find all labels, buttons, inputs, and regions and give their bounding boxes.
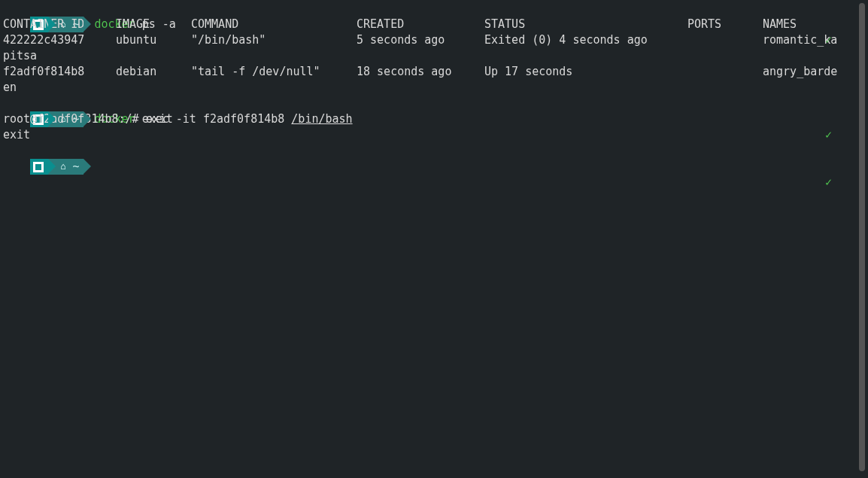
- manjaro-icon: [33, 162, 44, 172]
- hdr-names: NAMES: [763, 17, 797, 32]
- table-header: CONTAINER IDIMAGECOMMANDCREATEDSTATUSPOR…: [3, 17, 850, 32]
- table-row-wrap: pitsa: [3, 48, 850, 64]
- prompt-line-2: ⌂ ~docker exec -it f2adf0f814b8 /bin/bas…: [3, 96, 850, 111]
- table-row: f2adf0f814b8debian"tail -f /dev/null"18 …: [3, 64, 850, 80]
- table-row-wrap: en: [3, 80, 850, 96]
- cell-id: f2adf0f814b8: [3, 64, 116, 80]
- scrollbar[interactable]: [859, 3, 865, 471]
- status-check-icon: ✓: [825, 175, 832, 190]
- tilde: ~: [72, 159, 79, 175]
- cell-name: angry_barde: [763, 64, 837, 80]
- hdr-ports: PORTS: [687, 17, 763, 32]
- hdr-created: CREATED: [357, 17, 484, 32]
- cell-id: 422222c43947: [3, 32, 116, 48]
- table-row: 422222c43947ubuntu"/bin/bash"5 seconds a…: [3, 32, 850, 48]
- cell-created: 18 seconds ago: [357, 64, 484, 80]
- exec-output: exit: [3, 127, 850, 143]
- terminal-area[interactable]: ⌂ ~docker ps -a ✓ CONTAINER IDIMAGECOMMA…: [0, 0, 853, 162]
- hdr-status: STATUS: [484, 17, 687, 32]
- exec-output: root@f2adf0f814b8:/# exit: [3, 111, 850, 127]
- hdr-command: COMMAND: [191, 17, 357, 32]
- cell-created: 5 seconds ago: [357, 32, 484, 48]
- prompt-line-3[interactable]: ⌂ ~ ✓: [3, 143, 850, 159]
- cell-name: romantic_ka: [763, 32, 837, 48]
- hdr-image: IMAGE: [116, 17, 191, 32]
- cell-image: debian: [116, 64, 191, 80]
- os-logo-segment: [30, 159, 48, 175]
- cell-image: ubuntu: [116, 32, 191, 48]
- cell-status: Exited (0) 4 seconds ago: [484, 32, 687, 48]
- cell-command: "tail -f /dev/null": [191, 64, 357, 80]
- cell-status: Up 17 seconds: [484, 64, 687, 80]
- hdr-container-id: CONTAINER ID: [3, 17, 116, 32]
- home-icon: ⌂: [60, 159, 65, 175]
- cell-command: "/bin/bash": [191, 32, 357, 48]
- prompt-line-1: ⌂ ~docker ps -a ✓: [3, 1, 850, 17]
